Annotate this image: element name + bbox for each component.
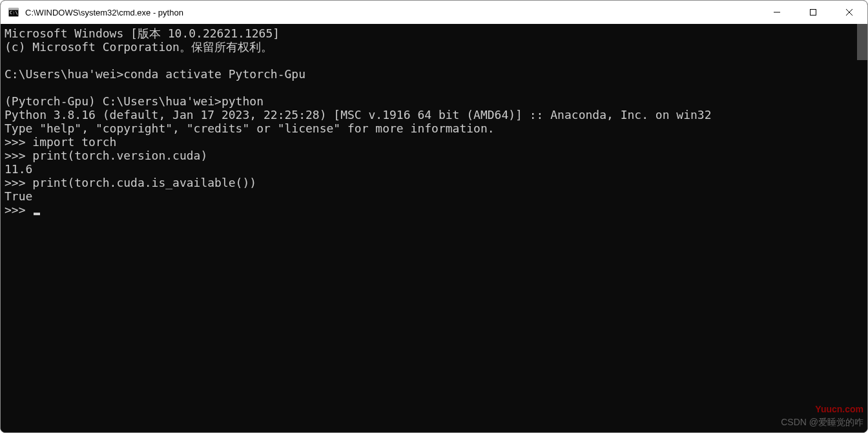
window-controls: [759, 1, 867, 24]
terminal-line: Type "help", "copyright", "credits" or "…: [5, 121, 495, 135]
cmd-window: C:\ C:\WINDOWS\system32\cmd.exe - python…: [0, 0, 868, 433]
svg-rect-4: [811, 10, 816, 16]
terminal-line: >>> print(torch.cuda.is_available()): [5, 176, 256, 189]
svg-text:C:\: C:\: [10, 10, 18, 16]
titlebar[interactable]: C:\ C:\WINDOWS\system32\cmd.exe - python: [1, 1, 867, 24]
terminal-line: 11.6: [5, 162, 32, 176]
terminal-line: >>> print(torch.version.cuda): [5, 149, 207, 162]
close-button[interactable]: [831, 1, 867, 24]
terminal-line: >>> import torch: [5, 135, 116, 149]
terminal-line: True: [5, 189, 32, 203]
maximize-button[interactable]: [795, 1, 831, 24]
window-title: C:\WINDOWS\system32\cmd.exe - python: [25, 8, 183, 17]
terminal-line: (Pytorch-Gpu) C:\Users\hua'wei>python: [5, 94, 264, 108]
cursor: [34, 213, 40, 215]
terminal-area: Microsoft Windows [版本 10.0.22621.1265] (…: [1, 24, 867, 432]
terminal-line: Microsoft Windows [版本 10.0.22621.1265]: [5, 26, 280, 40]
titlebar-left: C:\ C:\WINDOWS\system32\cmd.exe - python: [1, 7, 183, 17]
terminal-line: Python 3.8.16 (default, Jan 17 2023, 22:…: [5, 108, 712, 121]
cmd-icon: C:\: [8, 7, 19, 17]
terminal-line: C:\Users\hua'wei>conda activate Pytorch-…: [5, 67, 305, 81]
scrollbar[interactable]: [857, 24, 867, 432]
minimize-button[interactable]: [759, 1, 795, 24]
terminal-output[interactable]: Microsoft Windows [版本 10.0.22621.1265] (…: [1, 24, 857, 432]
terminal-line: (c) Microsoft Corporation。保留所有权利。: [5, 40, 273, 54]
terminal-prompt: >>>: [5, 203, 32, 216]
scrollbar-thumb[interactable]: [857, 24, 867, 60]
